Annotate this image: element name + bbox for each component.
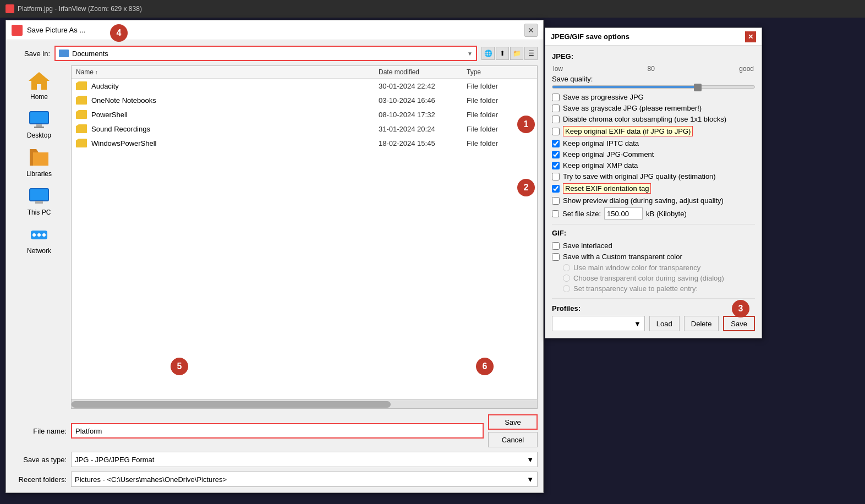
- quality-value: 80: [647, 65, 654, 73]
- toolbar-btn-newfolder[interactable]: 📁: [510, 47, 523, 60]
- save-as-type-dropdown[interactable]: JPG - JPG/JPEG Format ▼: [71, 452, 538, 467]
- checkbox-xmp[interactable]: [552, 162, 560, 169]
- checkbox-jpgcomment[interactable]: [552, 151, 560, 158]
- option-preview: Show preview dialog (during saving, adju…: [552, 196, 755, 205]
- file-list-body: Audacity 30-01-2024 22:42 File folder On…: [72, 79, 537, 399]
- option-originaljpg: Try to save with original JPG quality (e…: [552, 172, 755, 180]
- col-header-name[interactable]: Name: [76, 68, 379, 76]
- checkbox-interlaced[interactable]: [552, 242, 560, 250]
- save-in-dropdown[interactable]: Documents ▼: [54, 46, 477, 61]
- save-in-label: Save in:: [12, 50, 50, 58]
- option-interlaced: Save interlaced: [552, 242, 755, 250]
- col-header-date[interactable]: Date modified: [379, 68, 467, 76]
- svg-point-10: [37, 233, 41, 237]
- save-dialog-titlebar: Save Picture As ... ✕: [6, 20, 543, 40]
- toolbar-btn-up[interactable]: ⬆: [496, 47, 509, 60]
- file-row-name: WindowsPowerShell: [91, 139, 379, 147]
- toolbar-btn-view[interactable]: ☰: [524, 47, 538, 60]
- option-exif-label: Keep original EXIF data (if JPG to JPG): [563, 126, 693, 136]
- radio-choosecolor-input[interactable]: [563, 275, 570, 282]
- slider-fill: [552, 86, 698, 88]
- file-row-type: File folder: [467, 96, 533, 105]
- network-icon: [28, 225, 50, 245]
- save-button[interactable]: Save: [488, 414, 538, 430]
- option-originaljpg-label: Try to save with original JPG quality (e…: [563, 172, 716, 180]
- option-jpgcomment: Keep original JPG-Comment: [552, 150, 755, 158]
- load-button[interactable]: Load: [649, 316, 680, 331]
- save-dialog-close-button[interactable]: ✕: [524, 24, 538, 37]
- toolbar-btn-web[interactable]: 🌐: [481, 47, 495, 60]
- radio-palette-input[interactable]: [563, 285, 570, 292]
- save-quality-label: Save quality:: [552, 75, 755, 83]
- table-row[interactable]: WindowsPowerShell 18-02-2024 15:45 File …: [72, 136, 537, 150]
- file-row-date: 31-01-2024 20:24: [379, 125, 467, 133]
- checkbox-preview[interactable]: [552, 197, 560, 205]
- checkbox-progressive[interactable]: [552, 94, 560, 101]
- table-row[interactable]: Audacity 30-01-2024 22:42 File folder: [72, 79, 537, 93]
- sidebar-item-thispc[interactable]: This PC: [12, 183, 67, 220]
- option-grayscale-label: Save as grayscale JPG (please remember!): [563, 104, 702, 112]
- radio-palette-label: Set transparency value to palette entry:: [573, 284, 698, 293]
- file-row-type: File folder: [467, 139, 533, 147]
- folder-icon: [76, 81, 87, 90]
- svg-rect-2: [36, 124, 42, 127]
- gif-section-label: GIF:: [552, 229, 755, 237]
- file-row-name: OneNote Notebooks: [91, 96, 379, 105]
- table-row[interactable]: Sound Recordings 31-01-2024 20:24 File f…: [72, 122, 537, 136]
- option-resetexif: Reset EXIF orientation tag: [552, 183, 755, 194]
- profiles-save-button[interactable]: Save: [723, 316, 755, 331]
- file-size-row: Set file size: kB (Kilobyte): [552, 207, 755, 220]
- option-custom-transparent-label: Save with a Custom transparent color: [563, 253, 682, 261]
- recent-folders-row: Recent folders: Pictures - <C:\Users\mah…: [12, 472, 538, 487]
- option-chroma-label: Disable chroma color subsampling (use 1x…: [563, 115, 726, 123]
- save-as-type-label: Save as type:: [12, 456, 67, 464]
- recent-folders-arrow: ▼: [527, 475, 534, 484]
- radio-choosecolor-label: Choose transparent color during saving (…: [573, 274, 724, 282]
- sidebar-item-libraries[interactable]: Libraries: [12, 145, 67, 181]
- sidebar-thispc-label: This PC: [28, 209, 51, 216]
- checkbox-iptc[interactable]: [552, 140, 560, 147]
- sidebar-item-home[interactable]: Home: [12, 68, 67, 104]
- save-as-type-row: Save as type: JPG - JPG/JPEG Format ▼: [12, 452, 538, 467]
- option-custom-transparent: Save with a Custom transparent color: [552, 253, 755, 261]
- sidebar-item-desktop[interactable]: Desktop: [12, 106, 67, 143]
- jpeg-close-button[interactable]: ✕: [745, 31, 756, 42]
- save-dialog-title-left: Save Picture As ...: [12, 25, 85, 36]
- table-row[interactable]: OneNote Notebooks 03-10-2024 16:46 File …: [72, 93, 537, 107]
- cancel-button[interactable]: Cancel: [488, 432, 538, 447]
- checkbox-custom-transparent[interactable]: [552, 253, 560, 261]
- filename-label: File name:: [12, 427, 67, 435]
- checkbox-resetexif[interactable]: [552, 185, 560, 193]
- checkbox-exif[interactable]: [552, 128, 560, 135]
- file-size-input[interactable]: [604, 207, 643, 220]
- profiles-dropdown[interactable]: ▼: [552, 316, 645, 331]
- radio-mainwindow-input[interactable]: [563, 264, 570, 271]
- option-iptc: Keep original IPTC data: [552, 139, 755, 147]
- quality-slider[interactable]: [552, 85, 755, 89]
- radio-choosecolor: Choose transparent color during saving (…: [563, 274, 755, 282]
- jpeg-gif-dialog: JPEG/GIF save options ✕ JPEG: low 80 goo…: [545, 28, 762, 338]
- option-preview-label: Show preview dialog (during saving, adju…: [563, 196, 724, 205]
- combo-arrow-icon: ▼: [467, 51, 473, 57]
- sidebar-desktop-label: Desktop: [27, 132, 51, 139]
- col-header-type[interactable]: Type: [467, 68, 533, 76]
- sidebar-item-network[interactable]: Network: [12, 222, 67, 258]
- title-bar-text: Platform.jpg - IrfanView (Zoom: 629 x 83…: [18, 5, 142, 13]
- annotation-badge-4: 4: [110, 24, 128, 42]
- left-sidebar: Home Desktop: [12, 65, 67, 409]
- delete-button[interactable]: Delete: [684, 316, 719, 331]
- save-cancel-col: Save Cancel: [488, 414, 538, 447]
- sidebar-home-label: Home: [30, 93, 48, 101]
- option-xmp: Keep original XMP data: [552, 161, 755, 169]
- checkbox-chroma[interactable]: [552, 116, 560, 123]
- checkbox-grayscale[interactable]: [552, 105, 560, 112]
- svg-point-9: [32, 233, 36, 237]
- checkbox-originaljpg[interactable]: [552, 173, 560, 180]
- gif-section: GIF: Save interlaced Save with a Custom …: [552, 229, 755, 293]
- horizontal-scrollbar[interactable]: [72, 399, 537, 408]
- checkbox-filesize[interactable]: [552, 210, 559, 217]
- filename-input[interactable]: [71, 423, 484, 439]
- table-row[interactable]: PowerShell 08-10-2024 17:32 File folder: [72, 107, 537, 122]
- thispc-icon: [28, 187, 50, 206]
- recent-folders-dropdown[interactable]: Pictures - <C:\Users\mahes\OneDrive\Pict…: [71, 472, 538, 487]
